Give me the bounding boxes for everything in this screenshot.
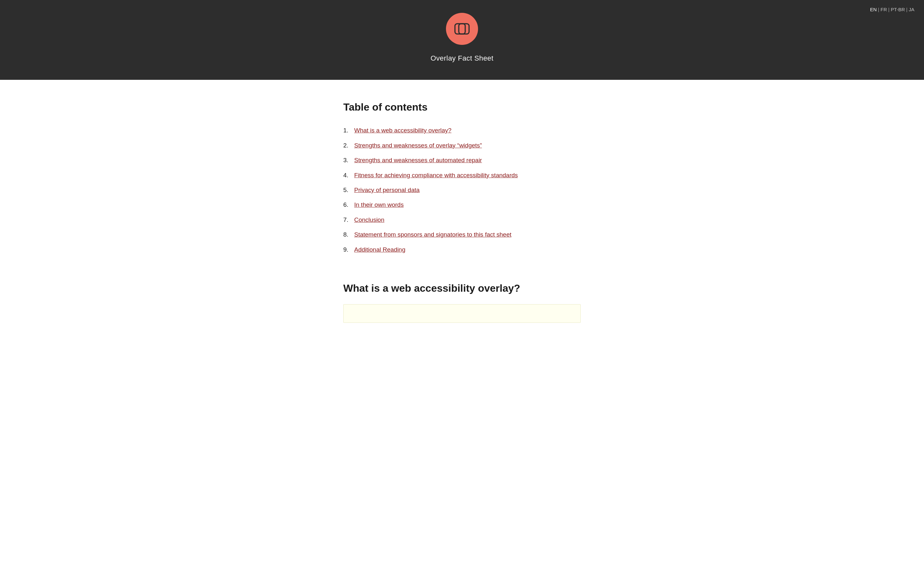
- toc-section: Table of contents 1. What is a web acces…: [343, 99, 581, 255]
- page-title: Overlay Fact Sheet: [6, 53, 918, 64]
- lang-sep-3: |: [906, 6, 908, 13]
- list-item: 3. Strengths and weaknesses of automated…: [343, 155, 581, 165]
- toc-item-num-3: 3.: [343, 155, 352, 165]
- lang-sep-1: |: [878, 6, 879, 13]
- toc-link-1[interactable]: What is a web accessibility overlay?: [354, 126, 451, 135]
- list-item: 5. Privacy of personal data: [343, 185, 581, 195]
- list-item: 6. In their own words: [343, 200, 581, 210]
- list-item: 1. What is a web accessibility overlay?: [343, 126, 581, 135]
- site-logo: [446, 13, 478, 45]
- toc-item-num-4: 4.: [343, 171, 352, 180]
- svg-rect-0: [455, 24, 465, 34]
- list-item: 8. Statement from sponsors and signatori…: [343, 230, 581, 239]
- toc-item-num-7: 7.: [343, 215, 352, 225]
- svg-rect-1: [459, 24, 469, 34]
- lang-fr[interactable]: FR: [880, 6, 887, 13]
- toc-link-3[interactable]: Strengths and weaknesses of automated re…: [354, 155, 482, 165]
- toc-item-num-6: 6.: [343, 200, 352, 210]
- list-item: 2. Strengths and weaknesses of overlay “…: [343, 141, 581, 150]
- list-item: 7. Conclusion: [343, 215, 581, 225]
- list-item: 4. Fitness for achieving compliance with…: [343, 171, 581, 180]
- site-header: EN | FR | PT-BR | JA Overlay Fact Sheet: [0, 0, 924, 80]
- yellow-box: [343, 304, 581, 323]
- toc-link-9[interactable]: Additional Reading: [354, 245, 405, 255]
- logo-icon: [452, 19, 472, 39]
- toc-list: 1. What is a web accessibility overlay? …: [343, 126, 581, 255]
- toc-item-num-8: 8.: [343, 230, 352, 239]
- toc-link-7[interactable]: Conclusion: [354, 215, 384, 225]
- what-section: What is a web accessibility overlay?: [343, 280, 581, 323]
- list-item: 9. Additional Reading: [343, 245, 581, 255]
- lang-pt-br[interactable]: PT-BR: [891, 6, 905, 13]
- toc-item-num-2: 2.: [343, 141, 352, 150]
- toc-item-num-1: 1.: [343, 126, 352, 135]
- language-nav[interactable]: EN | FR | PT-BR | JA: [870, 6, 914, 13]
- toc-heading: Table of contents: [343, 99, 581, 115]
- toc-link-2[interactable]: Strengths and weaknesses of overlay “wid…: [354, 141, 482, 150]
- toc-item-num-9: 9.: [343, 245, 352, 255]
- lang-ja[interactable]: JA: [909, 6, 914, 13]
- toc-link-5[interactable]: Privacy of personal data: [354, 185, 420, 195]
- lang-sep-2: |: [888, 6, 889, 13]
- toc-link-6[interactable]: In their own words: [354, 200, 404, 210]
- main-content: Table of contents 1. What is a web acces…: [330, 80, 594, 361]
- toc-link-4[interactable]: Fitness for achieving compliance with ac…: [354, 171, 518, 180]
- lang-en[interactable]: EN: [870, 6, 877, 13]
- toc-item-num-5: 5.: [343, 185, 352, 195]
- toc-link-8[interactable]: Statement from sponsors and signatories …: [354, 230, 511, 239]
- what-section-heading: What is a web accessibility overlay?: [343, 280, 581, 297]
